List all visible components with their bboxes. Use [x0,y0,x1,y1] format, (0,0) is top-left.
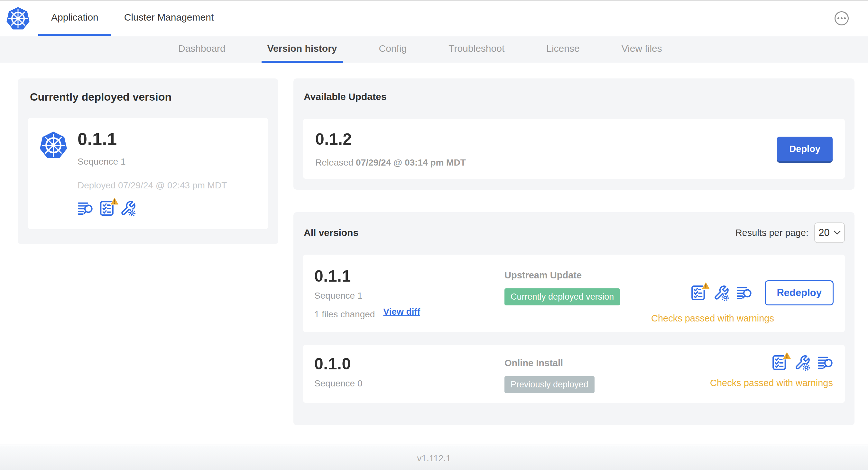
results-per-page: Results per page: 20 [736,223,845,243]
available-update-info: 0.1.2 Released 07/29/24 @ 03:14 pm MDT [315,130,466,168]
console-version-text: v1.112.1 [417,453,451,464]
all-versions-header: All versions Results per page: 20 [303,223,845,243]
preflight-checks-icon[interactable] [690,285,706,301]
release-notes-icon[interactable] [736,285,752,301]
status-badge: Currently deployed version [504,289,620,305]
preflight-warning-icon [110,196,119,205]
subnav-license[interactable]: License [540,36,585,63]
app-logo-wrap [6,1,30,36]
release-notes-icon[interactable] [817,355,834,371]
subnav-dashboard[interactable]: Dashboard [173,36,231,63]
release-notes-icon[interactable] [78,200,94,216]
version-info: 0.1.0 Sequence 0 [314,355,504,389]
config-wrench-icon[interactable] [713,285,729,301]
all-versions-card: All versions Results per page: 20 0.1.1 … [293,212,855,425]
update-released-line: Released 07/29/24 @ 03:14 pm MDT [315,158,466,168]
available-updates-card: Available Updates 0.1.2 Released 07/29/2… [293,78,855,190]
subnav-config[interactable]: Config [373,36,413,63]
preflight-warning-icon [782,351,792,360]
kubernetes-logo-icon [6,6,30,31]
deployed-sequence: Sequence 1 [78,157,227,167]
tab-cluster-management[interactable]: Cluster Management [111,1,226,36]
version-number: 0.1.1 [314,267,504,286]
deployed-version-actions [78,200,227,216]
version-info: 0.1.1 Sequence 1 1 files changed View di… [314,267,504,320]
version-source-block: Upstream Update Currently deployed versi… [504,267,651,305]
files-changed-line: 1 files changed View diff [314,304,504,320]
admin-console-page: Application Cluster Management Dashboard… [0,0,868,470]
top-header-bar: Application Cluster Management [0,0,868,36]
deployed-version-number: 0.1.1 [78,129,227,149]
currently-deployed-inner-card: 0.1.1 Sequence 1 Deployed 07/29/24 @ 02:… [28,118,268,229]
subnav-view-files[interactable]: View files [616,36,668,63]
config-wrench-icon[interactable] [120,200,136,216]
status-badge: Previously deployed [504,376,594,393]
checks-status-text: Checks passed with warnings [651,313,774,324]
version-actions-block: Checks passed with warnings [710,355,834,388]
results-per-page-value: 20 [818,227,829,239]
currently-deployed-card: Currently deployed version 0.1.1 Sequenc… [18,78,278,244]
preflight-warning-icon [701,281,711,290]
version-number: 0.1.0 [314,355,504,373]
chevron-down-icon [834,231,841,235]
deployed-timestamp: Deployed 07/29/24 @ 02:43 pm MDT [78,180,227,191]
update-version-number: 0.1.2 [315,130,466,148]
currently-deployed-title: Currently deployed version [30,91,268,103]
right-column: Available Updates 0.1.2 Released 07/29/2… [293,78,855,425]
tab-application[interactable]: Application [38,1,111,36]
results-per-page-select[interactable]: 20 [814,223,845,243]
files-changed: 1 files changed [314,309,375,320]
main-content: Currently deployed version 0.1.1 Sequenc… [0,63,868,445]
deploy-button[interactable]: Deploy [777,137,833,161]
redeploy-button[interactable]: Redeploy [765,280,834,305]
version-source: Upstream Update [504,270,651,281]
version-row-0-1-1: 0.1.1 Sequence 1 1 files changed View di… [303,255,845,332]
available-update-row: 0.1.2 Released 07/29/24 @ 03:14 pm MDT D… [303,119,845,179]
version-source-block: Online Install Previously deployed [504,355,710,393]
version-sequence: Sequence 0 [314,378,504,389]
preflight-checks-icon[interactable] [771,355,787,371]
checks-status-text: Checks passed with warnings [710,378,833,388]
subnav-troubleshoot[interactable]: Troubleshoot [443,36,510,63]
version-sequence: Sequence 1 [314,291,504,301]
config-wrench-icon[interactable] [794,355,810,371]
application-icon [39,130,68,160]
header-tabs: Application Cluster Management [38,1,226,36]
version-actions-row: Redeploy [690,280,834,305]
version-source: Online Install [504,358,710,368]
version-row-0-1-0: 0.1.0 Sequence 0 Online Install Previous… [303,345,845,403]
released-label: Released [315,158,353,167]
more-options-button[interactable] [835,11,849,25]
preflight-checks-icon[interactable] [99,200,115,216]
all-versions-title: All versions [304,227,359,238]
view-diff-link[interactable]: View diff [383,307,420,317]
ellipsis-icon [837,18,839,19]
released-date: 07/29/24 @ 03:14 pm MDT [356,158,466,167]
available-updates-title: Available Updates [304,91,845,102]
version-actions-block: Redeploy Checks passed with warnings [651,280,834,324]
currently-deployed-info: 0.1.1 Sequence 1 Deployed 07/29/24 @ 02:… [78,129,227,216]
subnav-version-history[interactable]: Version history [261,36,343,63]
results-per-page-label: Results per page: [736,228,808,238]
footer: v1.112.1 [0,445,868,470]
version-actions-row [771,355,834,371]
app-subnav: Dashboard Version history Config Trouble… [0,36,868,63]
